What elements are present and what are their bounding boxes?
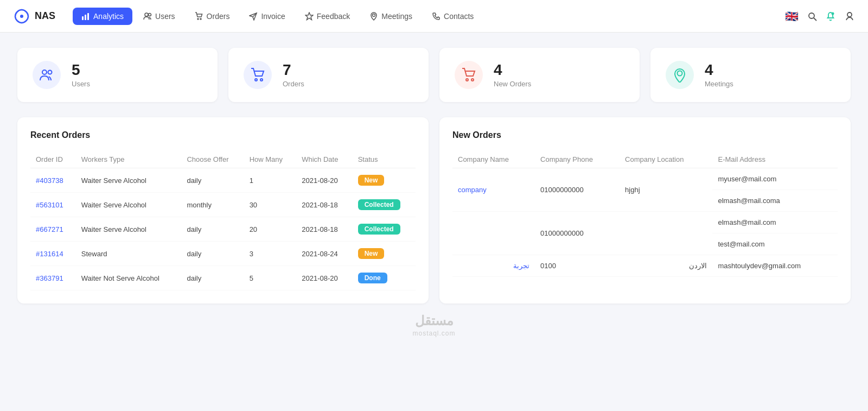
order-id-cell[interactable]: #131614 [30,242,76,266]
col-status: Status [353,151,416,168]
nav-meetings-label: Meetings [381,12,412,21]
new-orders-panel: New Orders Company Name Company Phone Co… [439,117,851,303]
how-many-cell: 5 [244,266,297,290]
svg-marker-8 [305,12,313,20]
company-name-cell [452,212,535,255]
workers-type-cell: Steward [76,242,182,266]
main-content: 5 Users 7 Orders [0,33,868,357]
workers-type-cell: Waiter Serve Alcohol [76,193,182,217]
company-link[interactable]: تجربة [513,262,529,270]
order-id-cell[interactable]: #667271 [30,217,76,242]
company-link[interactable]: company [458,186,487,194]
bell-icon[interactable] [826,11,835,21]
col-how-many: How Many [244,151,297,168]
nav-item-invoice[interactable]: Invoice [240,8,293,25]
date-cell: 2021-08-18 [296,217,352,242]
nav-item-meetings[interactable]: Meetings [361,8,421,25]
offer-cell: daily [181,217,244,242]
svg-point-15 [48,71,52,74]
email-cell: mashtoulydev@gmail.com [712,255,838,277]
nav-feedback-label: Feedback [317,12,350,21]
order-id-cell[interactable]: #363791 [30,266,76,290]
app-logo[interactable]: NAS [13,8,55,25]
svg-point-0 [20,15,23,18]
recent-orders-table: Order ID Workers Type Choose Offer How M… [30,151,416,290]
stat-card-new-orders: 4 New Orders [439,48,640,102]
status-badge: Collected [358,224,400,235]
meetings-label: Meetings [705,80,733,88]
watermark: مستقل mostaql.com [17,303,851,342]
date-cell: 2021-08-20 [296,266,352,290]
watermark-sub: mostaql.com [17,330,851,337]
svg-point-18 [466,79,468,81]
orders-stat-icon-wrap [244,61,272,89]
user-avatar-icon[interactable] [844,11,855,22]
company-name-cell[interactable]: company [452,168,535,212]
col-order-id: Order ID [30,151,76,168]
meetings-count: 4 [705,62,733,78]
email-cell: test@mail.com [712,233,838,255]
new-orders-row: تجربة 0100 الاردن mashtoulydev@gmail.com [452,255,838,277]
how-many-cell: 3 [244,242,297,266]
nav-item-feedback[interactable]: Feedback [296,8,359,25]
how-many-cell: 1 [244,168,297,193]
email-cell: elmash@mail.com [712,212,838,233]
orders-stat-icon [250,67,265,83]
order-id-cell[interactable]: #403738 [30,168,76,193]
new-orders-label: New Orders [494,80,531,88]
email-cell: elmash@mail.coma [712,190,838,212]
flag-icon[interactable]: 🇬🇧 [785,10,799,23]
col-workers-type: Workers Type [76,151,182,168]
svg-line-11 [814,18,816,21]
nav-right: 🇬🇧 [785,10,855,23]
users-stat-icon [39,67,54,83]
status-badge: New [358,248,385,259]
orders-label: Orders [283,80,304,88]
table-row: #667271 Waiter Serve Alcohol daily 20 20… [30,217,416,242]
nav-item-orders[interactable]: Orders [186,8,239,25]
status-cell: Collected [353,193,416,217]
new-orders-count: 4 [494,62,531,78]
star-icon [305,12,314,21]
svg-point-20 [678,71,682,76]
navbar: NAS Analytics Users [0,0,868,33]
status-badge: New [358,175,385,186]
nav-item-analytics[interactable]: Analytics [73,8,132,25]
company-location-cell [620,212,712,255]
svg-point-5 [149,13,151,16]
svg-point-12 [832,12,834,15]
company-phone-cell: 0100 [535,255,620,277]
nav-analytics-label: Analytics [93,12,124,21]
phone-icon [432,12,441,21]
users-stat-icon-wrap [33,61,61,89]
content-grid: Recent Orders Order ID Workers Type Choo… [17,117,851,303]
svg-point-16 [255,79,257,81]
watermark-text: مستقل [17,313,851,328]
recent-orders-panel: Recent Orders Order ID Workers Type Choo… [17,117,429,303]
order-id-cell[interactable]: #563101 [30,193,76,217]
nav-users-label: Users [155,12,175,21]
nav-invoice-label: Invoice [261,12,285,21]
search-icon[interactable] [807,11,817,21]
svg-point-17 [260,79,263,81]
cart-icon [195,12,203,21]
col-choose-offer: Choose Offer [181,151,244,168]
svg-point-9 [373,14,375,16]
status-badge: Collected [358,199,400,210]
status-cell: Collected [353,217,416,242]
nav-item-users[interactable]: Users [135,8,184,25]
status-cell: Done [353,266,416,290]
offer-cell: daily [181,266,244,290]
company-name-cell[interactable]: تجربة [452,255,535,277]
users-count: 5 [72,62,90,78]
users-label: Users [72,80,90,88]
nav-items: Analytics Users Orders [73,8,785,25]
new-orders-stat-icon [461,67,476,83]
new-orders-title: New Orders [452,130,838,140]
new-orders-table: Company Name Company Phone Company Locat… [452,151,838,277]
stat-card-orders: 7 Orders [228,48,429,102]
recent-orders-title: Recent Orders [30,130,416,140]
nav-item-contacts[interactable]: Contacts [423,8,482,25]
col-which-date: Which Date [296,151,352,168]
stat-card-users: 5 Users [17,48,218,102]
